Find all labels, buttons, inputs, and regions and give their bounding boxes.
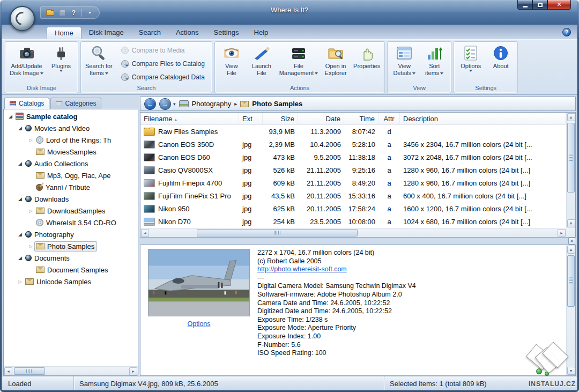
file-row[interactable]: Raw Files Samples 93,9 MB 11.3.2009 8:07… — [140, 125, 566, 138]
column-header[interactable]: Size — [263, 113, 298, 124]
scroll-up-icon[interactable]: ▲ — [567, 113, 575, 121]
preview-splitter[interactable]: ✕ — [140, 238, 576, 245]
forward-button[interactable]: → — [159, 98, 171, 110]
back-button[interactable]: ← — [144, 98, 156, 110]
about-button[interactable]: About — [486, 43, 516, 85]
tree-expander-icon[interactable] — [17, 279, 24, 284]
ribbon-tab[interactable]: Help — [247, 27, 276, 39]
tree-expander-icon[interactable] — [17, 255, 24, 261]
options-button[interactable]: Options — [456, 43, 486, 85]
column-header[interactable]: Filename — [140, 113, 239, 124]
tree-item[interactable]: Mp3, Ogg, Flac, Ape — [4, 169, 138, 181]
tree-expander-icon[interactable] — [17, 232, 24, 237]
maximize-button[interactable] — [532, 0, 547, 10]
column-header[interactable]: Time — [344, 113, 378, 124]
history-dropdown-icon[interactable]: ▾ — [173, 101, 176, 107]
minimize-button[interactable] — [517, 0, 532, 10]
file-list-vertical-scrollbar[interactable]: ▲ ▼ — [566, 113, 575, 228]
tree-item[interactable]: WhereIsIt 3.54 CD-RO — [4, 217, 138, 228]
scrollbar-thumb[interactable] — [567, 123, 575, 193]
file-row[interactable]: Nikon D70 jpg 254 kB 23.5.2005 10:08:00 … — [140, 215, 566, 228]
preview-image[interactable] — [148, 249, 250, 316]
tree-expander-icon[interactable] — [17, 125, 24, 131]
tree-expander-icon[interactable] — [27, 137, 34, 143]
preview-vertical-scrollbar[interactable]: ▲ ▼ — [566, 245, 575, 375]
properties-button[interactable]: Properties — [351, 43, 383, 85]
scrollbar-thumb[interactable] — [567, 255, 575, 307]
tree-item[interactable]: Yanni / Tribute — [4, 181, 138, 193]
tree-item[interactable]: DownloadSamples — [4, 205, 138, 217]
file-row[interactable]: Fujifilm Finepix 4700 jpg 609 kB 21.11.2… — [140, 176, 566, 189]
breadcrumb-parent[interactable]: Photography — [192, 100, 232, 108]
breadcrumb-current[interactable]: Photo Samples — [252, 100, 302, 108]
column-header[interactable]: Date — [298, 113, 344, 124]
tree-item[interactable]: Movies and Video — [4, 122, 138, 134]
scroll-down-icon[interactable]: ▼ — [567, 219, 575, 227]
file-list-horizontal-scrollbar[interactable]: ◄ ► — [140, 228, 566, 237]
sidebar-horizontal-scrollbar[interactable]: ◄ ► — [4, 366, 138, 375]
scroll-down-icon[interactable]: ▼ — [567, 367, 575, 375]
file-row[interactable]: Canon EOS D60 jpg 473 kB 9.5.2005 11:38:… — [140, 151, 566, 164]
scroll-right-icon[interactable]: ► — [129, 367, 137, 375]
tree-item[interactable]: Lord of the Rings: Th — [4, 134, 138, 146]
scroll-right-icon[interactable]: ► — [558, 229, 566, 237]
column-header[interactable]: Description — [400, 113, 566, 124]
search-for-items-button[interactable]: Search for Items — [83, 43, 115, 85]
ribbon-tab[interactable]: Actions — [168, 27, 206, 39]
tree-item[interactable]: Audio Collections — [4, 158, 138, 169]
ribbon-tab[interactable]: Search — [131, 27, 168, 39]
sort-items-button[interactable]: Sort items — [419, 43, 449, 85]
app-logo-orb[interactable] — [10, 6, 35, 31]
launch-file-button[interactable]: Launch File — [247, 43, 277, 85]
tree-item[interactable]: Sample catalog — [4, 110, 138, 122]
context-help-button[interactable]: ? — [69, 8, 79, 18]
file-row[interactable]: Casio QV8000SX jpg 526 kB 21.11.2005 9:2… — [140, 164, 566, 176]
compare-files-to-catalog-button[interactable]: Compare Files to Catalog — [117, 58, 208, 69]
ribbon-tab[interactable]: Disk Image — [81, 27, 131, 39]
scrollbar-thumb[interactable] — [14, 367, 45, 375]
tree-item[interactable]: Photo Samples — [4, 240, 138, 252]
sidebar-tab[interactable]: Catalogs — [4, 98, 49, 109]
tree-item[interactable]: Photography — [4, 228, 138, 240]
preview-options-link[interactable]: Options — [187, 320, 210, 328]
tree-expander-icon[interactable] — [17, 196, 24, 202]
plugins-button[interactable]: Plugins — [46, 43, 76, 85]
column-header[interactable]: Ext — [239, 113, 263, 124]
close-button[interactable]: ✕ — [547, 0, 571, 10]
file-row[interactable]: FujiFilm FinePix S1 Pro jpg 43,5 kB 20.1… — [140, 189, 566, 202]
scroll-left-icon[interactable]: ◄ — [141, 229, 149, 237]
tree-expander-icon[interactable] — [27, 208, 34, 213]
tree-item[interactable]: MoviesSamples — [4, 146, 138, 158]
titlebar[interactable]: ? ▾ Where Is It? ✕ — [2, 0, 577, 25]
add-update-disk-image-button[interactable]: Add/Update Disk Image — [7, 43, 46, 85]
open-catalog-button[interactable] — [45, 8, 55, 18]
view-file-button[interactable]: View File — [217, 43, 247, 85]
tree-item[interactable]: Document Samples — [4, 264, 138, 276]
column-header[interactable]: Attr — [378, 113, 400, 124]
tree-expander-icon[interactable] — [7, 114, 14, 119]
compare-to-media-button[interactable]: Compare to Media — [117, 45, 208, 56]
file-row[interactable]: Canon EOS 350D jpg 2,39 MB 10.4.2006 5:2… — [140, 138, 566, 151]
ribbon-tab[interactable]: Home — [47, 27, 81, 39]
open-in-explorer-button[interactable]: Open in Explorer — [321, 43, 351, 85]
breadcrumb-separator-icon[interactable]: ▸ — [234, 101, 237, 107]
scroll-left-icon[interactable]: ◄ — [4, 367, 12, 375]
ribbon-tab[interactable]: Settings — [206, 27, 247, 39]
tree-expander-icon[interactable] — [27, 243, 34, 249]
scrollbar-thumb[interactable] — [197, 229, 358, 236]
close-preview-button[interactable]: ✕ — [568, 238, 575, 245]
tree-item[interactable]: Downloads — [4, 193, 138, 205]
compare-cataloged-data-button[interactable]: Compare Cataloged Data — [117, 71, 208, 83]
file-row[interactable]: Nikon 950 jpg 625 kB 20.11.2005 17:58:24… — [140, 202, 566, 215]
qat-customize-button[interactable]: ▾ — [85, 8, 95, 18]
sidebar-tab[interactable]: Categories — [50, 98, 101, 109]
view-details-button[interactable]: View Details — [389, 43, 419, 85]
tree-item[interactable]: Unicode Samples — [4, 276, 138, 287]
preview-metadata: 2272 x 1704, 16.7 million colors (24 bit… — [253, 249, 562, 372]
scroll-up-icon[interactable]: ▲ — [567, 246, 575, 254]
save-button[interactable] — [57, 8, 67, 18]
file-management-button[interactable]: File Management — [277, 43, 321, 85]
tree-item[interactable]: Documents — [4, 252, 138, 264]
tree-expander-icon[interactable] — [17, 161, 24, 166]
ribbon-help-button[interactable]: ? — [562, 28, 571, 36]
